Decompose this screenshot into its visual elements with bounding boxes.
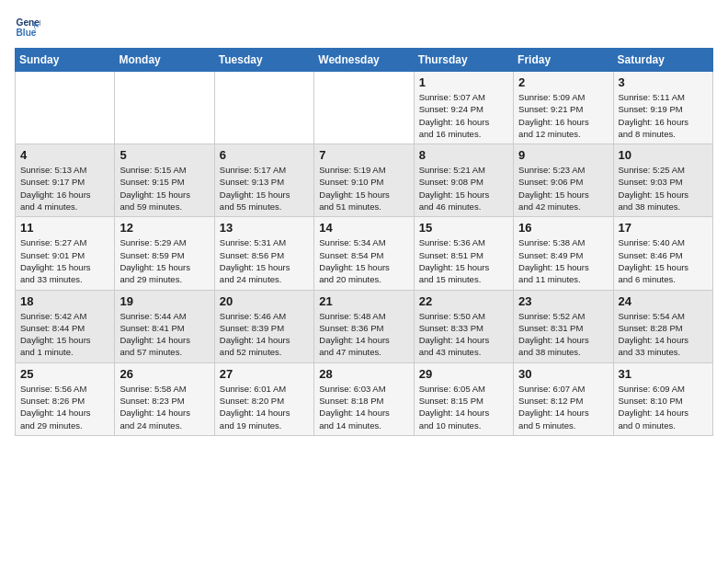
calendar-cell: 13Sunrise: 5:31 AM Sunset: 8:56 PM Dayli… <box>214 217 313 290</box>
day-info: Sunrise: 5:50 AM Sunset: 8:33 PM Dayligh… <box>419 310 508 359</box>
calendar-cell: 23Sunrise: 5:52 AM Sunset: 8:31 PM Dayli… <box>514 290 613 362</box>
day-number: 2 <box>518 75 608 89</box>
page-header: General Blue <box>15 15 713 40</box>
calendar-cell: 20Sunrise: 5:46 AM Sunset: 8:39 PM Dayli… <box>214 290 313 362</box>
day-info: Sunrise: 6:07 AM Sunset: 8:12 PM Dayligh… <box>518 383 608 431</box>
day-number: 16 <box>518 221 608 235</box>
calendar-cell <box>115 72 214 144</box>
day-number: 12 <box>119 221 209 235</box>
day-number: 24 <box>619 294 708 308</box>
column-header-thursday: Thursday <box>414 49 513 72</box>
week-row-1: 1Sunrise: 5:07 AM Sunset: 9:24 PM Daylig… <box>16 72 713 144</box>
day-number: 7 <box>319 148 408 162</box>
day-number: 8 <box>419 148 508 162</box>
calendar-cell: 24Sunrise: 5:54 AM Sunset: 8:28 PM Dayli… <box>613 290 712 362</box>
day-number: 6 <box>220 148 309 162</box>
day-number: 29 <box>419 367 508 381</box>
calendar-cell: 7Sunrise: 5:19 AM Sunset: 9:10 PM Daylig… <box>314 144 414 217</box>
week-row-4: 18Sunrise: 5:42 AM Sunset: 8:44 PM Dayli… <box>16 290 713 362</box>
calendar-cell: 14Sunrise: 5:34 AM Sunset: 8:54 PM Dayli… <box>314 217 414 290</box>
week-row-5: 25Sunrise: 5:56 AM Sunset: 8:26 PM Dayli… <box>16 362 713 435</box>
calendar-cell: 12Sunrise: 5:29 AM Sunset: 8:59 PM Dayli… <box>115 217 214 290</box>
day-info: Sunrise: 5:58 AM Sunset: 8:23 PM Dayligh… <box>119 383 209 431</box>
day-number: 5 <box>119 148 209 162</box>
calendar-cell: 5Sunrise: 5:15 AM Sunset: 9:15 PM Daylig… <box>115 144 214 217</box>
day-number: 21 <box>319 294 408 308</box>
calendar-cell: 30Sunrise: 6:07 AM Sunset: 8:12 PM Dayli… <box>514 362 613 435</box>
header-row: SundayMondayTuesdayWednesdayThursdayFrid… <box>16 49 713 72</box>
calendar-cell: 4Sunrise: 5:13 AM Sunset: 9:17 PM Daylig… <box>16 144 115 217</box>
column-header-monday: Monday <box>115 49 214 72</box>
calendar-table: SundayMondayTuesdayWednesdayThursdayFrid… <box>15 48 713 436</box>
calendar-cell <box>214 72 313 144</box>
day-number: 3 <box>619 75 708 89</box>
day-info: Sunrise: 6:09 AM Sunset: 8:10 PM Dayligh… <box>619 383 708 431</box>
calendar-cell: 31Sunrise: 6:09 AM Sunset: 8:10 PM Dayli… <box>613 362 712 435</box>
calendar-cell: 19Sunrise: 5:44 AM Sunset: 8:41 PM Dayli… <box>115 290 214 362</box>
day-info: Sunrise: 5:54 AM Sunset: 8:28 PM Dayligh… <box>619 310 708 359</box>
day-info: Sunrise: 5:52 AM Sunset: 8:31 PM Dayligh… <box>518 310 608 359</box>
day-info: Sunrise: 5:42 AM Sunset: 8:44 PM Dayligh… <box>20 310 109 359</box>
day-info: Sunrise: 5:56 AM Sunset: 8:26 PM Dayligh… <box>20 383 109 431</box>
day-number: 13 <box>220 221 309 235</box>
day-number: 1 <box>419 75 508 89</box>
svg-text:General: General <box>17 17 40 28</box>
calendar-cell <box>16 72 115 144</box>
day-info: Sunrise: 5:44 AM Sunset: 8:41 PM Dayligh… <box>119 310 209 359</box>
day-number: 25 <box>20 367 109 381</box>
calendar-cell: 28Sunrise: 6:03 AM Sunset: 8:18 PM Dayli… <box>314 362 414 435</box>
day-number: 9 <box>518 148 608 162</box>
day-info: Sunrise: 5:07 AM Sunset: 9:24 PM Dayligh… <box>419 91 508 140</box>
calendar-cell: 15Sunrise: 5:36 AM Sunset: 8:51 PM Dayli… <box>414 217 513 290</box>
calendar-body: 1Sunrise: 5:07 AM Sunset: 9:24 PM Daylig… <box>16 72 713 436</box>
day-number: 11 <box>20 221 109 235</box>
day-number: 23 <box>518 294 608 308</box>
calendar-cell: 6Sunrise: 5:17 AM Sunset: 9:13 PM Daylig… <box>214 144 313 217</box>
day-number: 28 <box>319 367 408 381</box>
logo: General Blue <box>15 15 40 40</box>
day-info: Sunrise: 5:29 AM Sunset: 8:59 PM Dayligh… <box>119 236 209 285</box>
day-number: 4 <box>20 148 109 162</box>
column-header-sunday: Sunday <box>16 49 115 72</box>
logo-icon: General Blue <box>15 15 40 40</box>
calendar-cell: 11Sunrise: 5:27 AM Sunset: 9:01 PM Dayli… <box>16 217 115 290</box>
day-number: 14 <box>319 221 408 235</box>
day-info: Sunrise: 5:23 AM Sunset: 9:06 PM Dayligh… <box>518 164 608 213</box>
day-info: Sunrise: 5:27 AM Sunset: 9:01 PM Dayligh… <box>20 236 109 285</box>
calendar-cell: 26Sunrise: 5:58 AM Sunset: 8:23 PM Dayli… <box>115 362 214 435</box>
svg-text:Blue: Blue <box>17 28 37 38</box>
calendar-cell: 16Sunrise: 5:38 AM Sunset: 8:49 PM Dayli… <box>514 217 613 290</box>
calendar-cell: 21Sunrise: 5:48 AM Sunset: 8:36 PM Dayli… <box>314 290 414 362</box>
day-info: Sunrise: 6:01 AM Sunset: 8:20 PM Dayligh… <box>220 383 309 431</box>
day-info: Sunrise: 5:31 AM Sunset: 8:56 PM Dayligh… <box>220 236 309 285</box>
calendar-cell: 22Sunrise: 5:50 AM Sunset: 8:33 PM Dayli… <box>414 290 513 362</box>
day-number: 10 <box>619 148 708 162</box>
day-number: 18 <box>20 294 109 308</box>
calendar-cell: 2Sunrise: 5:09 AM Sunset: 9:21 PM Daylig… <box>514 72 613 144</box>
calendar-cell: 3Sunrise: 5:11 AM Sunset: 9:19 PM Daylig… <box>613 72 712 144</box>
day-info: Sunrise: 5:46 AM Sunset: 8:39 PM Dayligh… <box>220 310 309 359</box>
day-info: Sunrise: 5:40 AM Sunset: 8:46 PM Dayligh… <box>619 236 708 285</box>
column-header-saturday: Saturday <box>613 49 712 72</box>
day-info: Sunrise: 5:15 AM Sunset: 9:15 PM Dayligh… <box>119 164 209 213</box>
day-info: Sunrise: 5:48 AM Sunset: 8:36 PM Dayligh… <box>319 310 408 359</box>
day-info: Sunrise: 5:11 AM Sunset: 9:19 PM Dayligh… <box>619 91 708 140</box>
day-info: Sunrise: 5:21 AM Sunset: 9:08 PM Dayligh… <box>419 164 508 213</box>
day-number: 22 <box>419 294 508 308</box>
week-row-3: 11Sunrise: 5:27 AM Sunset: 9:01 PM Dayli… <box>16 217 713 290</box>
day-info: Sunrise: 5:17 AM Sunset: 9:13 PM Dayligh… <box>220 164 309 213</box>
day-info: Sunrise: 5:09 AM Sunset: 9:21 PM Dayligh… <box>518 91 608 140</box>
day-info: Sunrise: 6:03 AM Sunset: 8:18 PM Dayligh… <box>319 383 408 431</box>
day-number: 19 <box>119 294 209 308</box>
day-info: Sunrise: 5:38 AM Sunset: 8:49 PM Dayligh… <box>518 236 608 285</box>
day-number: 15 <box>419 221 508 235</box>
week-row-2: 4Sunrise: 5:13 AM Sunset: 9:17 PM Daylig… <box>16 144 713 217</box>
calendar-cell: 18Sunrise: 5:42 AM Sunset: 8:44 PM Dayli… <box>16 290 115 362</box>
column-header-friday: Friday <box>514 49 613 72</box>
day-info: Sunrise: 5:13 AM Sunset: 9:17 PM Dayligh… <box>20 164 109 213</box>
calendar-cell: 8Sunrise: 5:21 AM Sunset: 9:08 PM Daylig… <box>414 144 513 217</box>
calendar-header: SundayMondayTuesdayWednesdayThursdayFrid… <box>16 49 713 72</box>
calendar-cell: 27Sunrise: 6:01 AM Sunset: 8:20 PM Dayli… <box>214 362 313 435</box>
calendar-cell <box>314 72 414 144</box>
day-number: 26 <box>119 367 209 381</box>
